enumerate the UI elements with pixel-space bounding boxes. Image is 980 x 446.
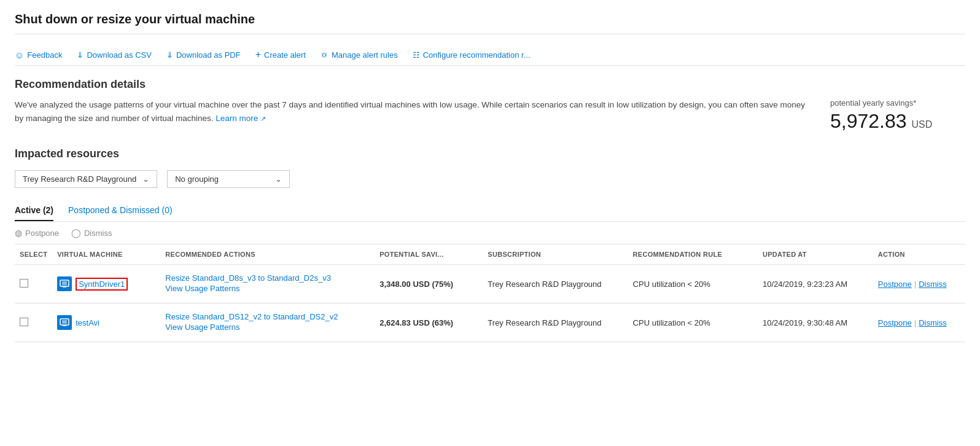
- savings-box: potential yearly savings* 5,972.83 USD: [830, 98, 965, 133]
- download-csv-button[interactable]: ⇓ Download as CSV: [77, 50, 152, 60]
- table-header-row: Select Virtual Machine Recommended Actio…: [15, 245, 965, 265]
- recommendation-details: We've analyzed the usage patterns of you…: [15, 98, 965, 133]
- toolbar: ☺ Feedback ⇓ Download as CSV ⇓ Download …: [15, 44, 965, 66]
- row-dismiss-link[interactable]: Dismiss: [919, 318, 947, 327]
- manage-alert-button[interactable]: ⛭ Manage alert rules: [321, 50, 398, 60]
- usage-patterns-link[interactable]: View Usage Patterns: [165, 284, 370, 293]
- action-bar: ◍ Postpone ◯ Dismiss: [15, 222, 965, 245]
- vm-name-link[interactable]: SynthDriver1: [76, 278, 128, 291]
- updated-at-cell: 10/24/2019, 9:23:23 AM: [758, 265, 873, 303]
- grouping-dropdown-label: No grouping: [175, 174, 219, 184]
- create-alert-button[interactable]: + Create alert: [255, 49, 306, 60]
- vm-name-link[interactable]: testAvi: [76, 318, 99, 327]
- recommendation-section: Recommendation details We've analyzed th…: [15, 78, 965, 133]
- recommendation-section-title: Recommendation details: [15, 78, 965, 91]
- resize-action-link[interactable]: Resize Standard_D8s_v3 to Standard_D2s_v…: [165, 273, 370, 283]
- subscription-dropdown-label: Trey Research R&D Playground: [23, 174, 136, 184]
- svg-rect-1: [62, 281, 67, 285]
- tab-active[interactable]: Active (2): [15, 200, 53, 221]
- row-dismiss-link[interactable]: Dismiss: [919, 280, 947, 289]
- dismiss-action-button: ◯ Dismiss: [71, 228, 112, 238]
- vm-icon: [57, 315, 72, 330]
- col-header-select: Select: [15, 245, 52, 265]
- download-pdf-icon: ⇓: [166, 50, 173, 60]
- download-csv-icon: ⇓: [77, 50, 84, 60]
- col-header-action: Action: [873, 245, 965, 265]
- page-title: Shut down or resize your virtual machine: [15, 12, 965, 34]
- postpone-icon: ◍: [15, 228, 22, 238]
- svg-rect-4: [62, 320, 67, 324]
- subscription-dropdown[interactable]: Trey Research R&D Playground ⌄: [15, 170, 157, 188]
- savings-label: potential yearly savings*: [830, 98, 965, 108]
- resize-action-link[interactable]: Resize Standard_DS12_v2 to Standard_DS2_…: [165, 312, 370, 321]
- savings-value: 5,972.83 USD: [830, 110, 965, 133]
- grouping-dropdown[interactable]: No grouping ⌄: [167, 170, 290, 188]
- col-header-savings: Potential Savi...: [375, 245, 483, 265]
- impacted-section: Impacted resources Trey Research R&D Pla…: [15, 147, 965, 342]
- filters: Trey Research R&D Playground ⌄ No groupi…: [15, 170, 965, 188]
- create-alert-icon: +: [255, 49, 261, 60]
- rec-rule-cell: CPU utilization < 20%: [628, 265, 758, 303]
- subscription-cell: Trey Research R&D Playground: [483, 265, 628, 303]
- grouping-dropdown-arrow-icon: ⌄: [275, 174, 282, 184]
- tab-postponed-dismissed[interactable]: Postponed & Dismissed (0): [68, 200, 173, 221]
- tabs: Active (2) Postponed & Dismissed (0): [15, 200, 965, 222]
- recommendation-description: We've analyzed the usage patterns of you…: [15, 98, 806, 133]
- subscription-cell: Trey Research R&D Playground: [483, 303, 628, 342]
- vm-icon: [57, 276, 72, 291]
- col-header-subscription: Subscription: [483, 245, 628, 265]
- usage-patterns-link[interactable]: View Usage Patterns: [165, 323, 370, 332]
- table-row: testAvi Resize Standard_DS12_v2 to Stand…: [15, 303, 965, 342]
- col-header-updated-at: Updated At: [758, 245, 873, 265]
- configure-rec-button[interactable]: ☷ Configure recommendation r...: [413, 50, 531, 60]
- action-separator: |: [914, 318, 916, 327]
- col-header-vm: Virtual Machine: [52, 245, 160, 265]
- learn-more-link[interactable]: Learn more ↗: [216, 114, 266, 123]
- external-link-icon: ↗: [260, 115, 266, 122]
- postpone-action-button: ◍ Postpone: [15, 228, 59, 238]
- savings-value: 2,624.83 USD (63%): [379, 318, 453, 327]
- row-postpone-link[interactable]: Postpone: [878, 318, 912, 327]
- configure-icon: ☷: [413, 50, 420, 60]
- feedback-icon: ☺: [15, 50, 24, 60]
- savings-amount: 5,972.83: [830, 110, 907, 132]
- rec-rule-cell: CPU utilization < 20%: [628, 303, 758, 342]
- impacted-section-title: Impacted resources: [15, 147, 965, 160]
- col-header-rec-actions: Recommended Actions: [160, 245, 375, 265]
- savings-currency: USD: [911, 119, 932, 130]
- col-header-rec-rule: Recommendation Rule: [628, 245, 758, 265]
- row-postpone-link[interactable]: Postpone: [878, 280, 912, 289]
- row-checkbox[interactable]: [20, 318, 28, 326]
- feedback-button[interactable]: ☺ Feedback: [15, 50, 62, 60]
- description-text: We've analyzed the usage patterns of you…: [15, 100, 805, 123]
- updated-at-cell: 10/24/2019, 9:30:48 AM: [758, 303, 873, 342]
- subscription-dropdown-arrow-icon: ⌄: [142, 174, 149, 184]
- manage-alert-icon: ⛭: [321, 50, 329, 60]
- dismiss-icon: ◯: [71, 228, 81, 238]
- savings-value: 3,348.00 USD (75%): [379, 280, 453, 289]
- action-separator: |: [914, 280, 916, 289]
- download-pdf-button[interactable]: ⇓ Download as PDF: [166, 50, 241, 60]
- row-checkbox[interactable]: [20, 279, 28, 288]
- table-row: SynthDriver1 Resize Standard_D8s_v3 to S…: [15, 265, 965, 303]
- resources-table: Select Virtual Machine Recommended Actio…: [15, 245, 965, 342]
